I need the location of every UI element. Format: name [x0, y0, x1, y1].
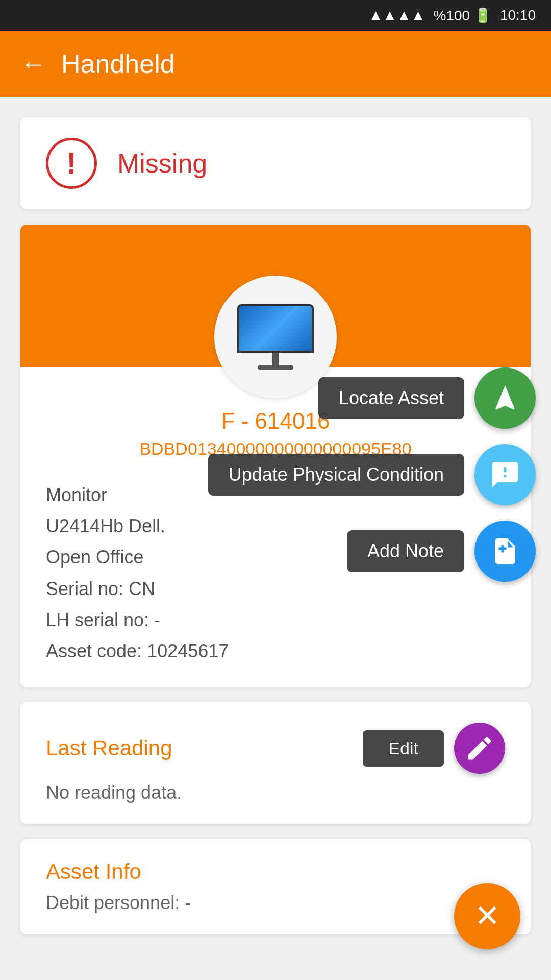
monitor-screen — [237, 304, 314, 353]
signal-icon: ▲▲▲▲ — [369, 7, 425, 23]
locate-asset-label[interactable]: Locate Asset — [318, 377, 464, 419]
add-note-label[interactable]: Add Note — [347, 530, 464, 572]
pencil-icon — [464, 733, 495, 764]
app-header: ← Handheld — [0, 31, 551, 97]
locate-asset-row: Locate Asset — [318, 368, 536, 429]
chat-icon — [490, 459, 520, 490]
update-condition-row: Update Physical Condition — [208, 444, 536, 505]
main-content: ! Missing F - 614016 BDBD013400000000000… — [0, 97, 551, 954]
battery-status: %100 🔋 — [434, 7, 492, 24]
monitor-neck — [272, 353, 279, 365]
last-reading-header: Last Reading Edit — [46, 723, 505, 774]
asset-info-title: Asset Info — [46, 860, 141, 884]
last-reading-body: No reading data. — [46, 782, 505, 803]
missing-label: Missing — [117, 148, 207, 179]
add-note-icon — [490, 536, 520, 567]
last-reading-title: Last Reading — [46, 736, 172, 761]
asset-lh-serial: LH serial no: - — [46, 604, 505, 635]
add-note-row: Add Note — [347, 521, 536, 582]
edit-button[interactable]: Edit — [363, 730, 444, 767]
page-title: Handheld — [61, 48, 175, 79]
status-bar: ▲▲▲▲ %100 🔋 10:10 — [0, 0, 551, 31]
locate-asset-button[interactable] — [474, 368, 536, 429]
last-reading-card: Last Reading Edit No reading data. — [20, 702, 531, 824]
missing-status-card: ! Missing — [20, 117, 531, 209]
asset-code: Asset code: 10245617 — [46, 635, 505, 667]
monitor-icon — [237, 304, 314, 370]
asset-info-header: Asset Info — [46, 860, 505, 884]
fab-menu: Locate Asset Update Physical Condition — [208, 368, 536, 582]
back-button[interactable]: ← — [20, 49, 46, 79]
clock: 10:10 — [500, 7, 536, 23]
close-fab-button[interactable]: ✕ — [454, 883, 520, 949]
add-note-button[interactable] — [474, 521, 536, 582]
asset-info-debit: Debit personnel: - — [46, 892, 505, 914]
close-icon: ✕ — [474, 901, 500, 932]
asset-banner-top — [20, 225, 531, 368]
asset-section-wrapper: F - 614016 BDBD01340000000000000095E80 M… — [20, 225, 531, 687]
update-condition-button[interactable] — [474, 444, 536, 505]
navigation-icon — [490, 383, 520, 413]
update-condition-label[interactable]: Update Physical Condition — [208, 454, 464, 496]
missing-icon: ! — [46, 138, 97, 189]
last-reading-actions: Edit — [363, 723, 505, 774]
edit-fab-button[interactable] — [454, 723, 505, 774]
